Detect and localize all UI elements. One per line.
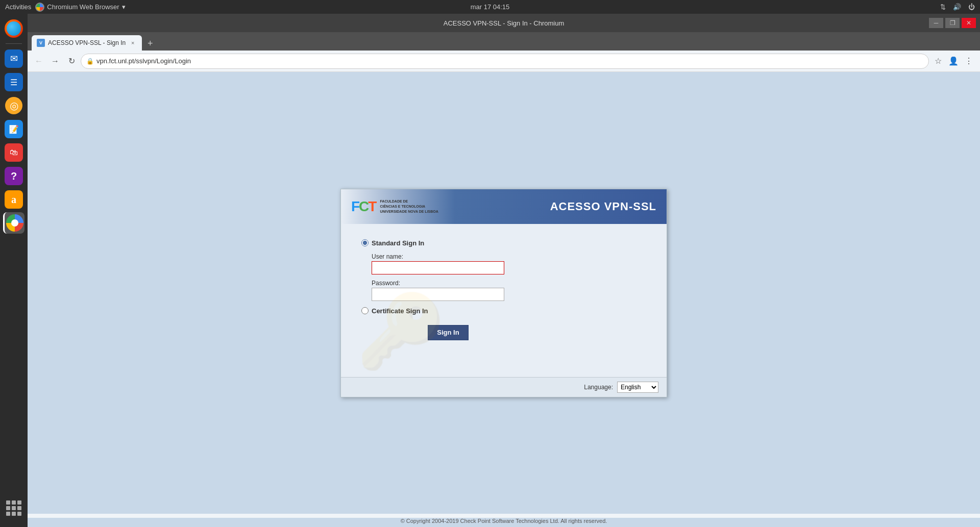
snap-icon: 🛍: [5, 143, 23, 162]
language-label: Language:: [584, 384, 613, 391]
restore-button[interactable]: ❐: [945, 18, 960, 28]
profile-button[interactable]: 👤: [946, 54, 961, 68]
tab-bar: V ACESSO VPN-SSL - Sign In × +: [28, 32, 980, 51]
sidebar-item-help[interactable]: ?: [3, 165, 24, 187]
sidebar: ✉ ☰ ◎ 📝 🛍 ? a: [0, 14, 28, 527]
panel-footer: Language: English Português Español Fran…: [341, 377, 667, 397]
system-bar: Activities Chromium Web Browser ▾ mar 17…: [0, 0, 980, 14]
certificate-signin-option[interactable]: Certificate Sign In: [361, 307, 646, 315]
standard-signin-option[interactable]: Standard Sign In: [361, 239, 646, 247]
panel-header: FCT FACULDADE DE CIÊNCIAS E TECNOLOGIA U…: [341, 189, 667, 224]
sidebar-item-firefox[interactable]: [3, 18, 24, 39]
title-bar-controls: ─ ❐ ✕: [929, 18, 976, 28]
fct-t-letter: T: [368, 198, 376, 214]
network-icon[interactable]: ⇅: [940, 3, 946, 11]
signin-button[interactable]: Sign In: [428, 325, 469, 340]
language-select[interactable]: English Português Español Français Deuts…: [617, 382, 658, 393]
nav-right-buttons: ☆ 👤 ⋮: [931, 54, 976, 68]
close-button[interactable]: ✕: [962, 18, 976, 28]
sidebar-item-amazon[interactable]: a: [3, 189, 24, 210]
writer-icon: 📝: [5, 120, 23, 138]
field-group: User name: Password:: [372, 253, 646, 301]
copyright: © Copyright 2004-2019 Check Point Softwa…: [28, 518, 980, 527]
certificate-signin-radio[interactable]: [361, 307, 369, 314]
sidebar-item-mail[interactable]: ✉: [3, 48, 24, 69]
system-bar-right: ⇅ 🔊 ⏻: [940, 3, 975, 11]
system-bar-left: Activities Chromium Web Browser ▾: [5, 3, 126, 12]
help-icon: ?: [5, 167, 23, 185]
activities-button[interactable]: Activities: [5, 3, 31, 11]
fct-c-letter: C: [359, 198, 368, 214]
amazon-icon: a: [5, 190, 23, 209]
apps-grid-button[interactable]: [3, 497, 24, 519]
fct-subtitle: FACULDADE DE CIÊNCIAS E TECNOLOGIA UNIVE…: [380, 199, 438, 214]
grid-dots-icon: [6, 500, 21, 516]
content-area: FCT FACULDADE DE CIÊNCIAS E TECNOLOGIA U…: [28, 72, 980, 514]
sidebar-divider: [6, 43, 22, 44]
chromium-label: Chromium Web Browser: [47, 3, 119, 11]
firefox-icon: [5, 19, 23, 38]
browser-window: ACESSO VPN-SSL - Sign In - Chromium ─ ❐ …: [28, 14, 980, 527]
logo-area: FCT FACULDADE DE CIÊNCIAS E TECNOLOGIA U…: [351, 199, 438, 214]
chromium-dropdown-icon: ▾: [122, 3, 126, 11]
minimize-button[interactable]: ─: [929, 18, 943, 28]
forward-button[interactable]: →: [48, 54, 62, 68]
standard-signin-label: Standard Sign In: [372, 239, 424, 247]
fct-logo: FCT: [351, 199, 376, 214]
panel-body: 🔑 Standard Sign In User name: Password:: [341, 224, 667, 377]
title-bar: ACESSO VPN-SSL - Sign In - Chromium ─ ❐ …: [28, 14, 980, 32]
fct-letters: FCT: [351, 199, 376, 214]
new-tab-button[interactable]: +: [143, 36, 157, 51]
panel-title: ACESSO VPN-SSL: [550, 200, 656, 213]
certificate-signin-label: Certificate Sign In: [372, 307, 428, 315]
sidebar-item-snap[interactable]: 🛍: [3, 142, 24, 163]
chromium-indicator[interactable]: Chromium Web Browser ▾: [35, 3, 125, 12]
bookmark-button[interactable]: ☆: [931, 54, 945, 68]
rhythmbox-icon: ◎: [5, 97, 22, 114]
menu-button[interactable]: ⋮: [962, 54, 976, 68]
address-bar-container[interactable]: 🔒: [81, 54, 929, 69]
back-button[interactable]: ←: [32, 54, 46, 68]
sidebar-item-notes[interactable]: ☰: [3, 71, 24, 93]
mail-icon: ✉: [5, 49, 23, 68]
institution-line2: CIÊNCIAS E TECNOLOGIA: [380, 204, 438, 209]
chromium-circle-icon: [35, 3, 44, 12]
institution-line3: UNIVERSIDADE NOVA DE LISBOA: [380, 209, 438, 214]
notes-icon: ☰: [5, 73, 23, 91]
browser-tab[interactable]: V ACESSO VPN-SSL - Sign In ×: [32, 35, 142, 51]
sidebar-item-chromium[interactable]: [3, 212, 24, 234]
lock-icon: 🔒: [86, 58, 94, 65]
password-input[interactable]: [372, 288, 504, 301]
username-input[interactable]: [372, 261, 504, 274]
tab-title: ACESSO VPN-SSL - Sign In: [48, 39, 126, 46]
sidebar-item-rhythmbox[interactable]: ◎: [3, 95, 24, 116]
password-field-item: Password:: [372, 280, 646, 301]
navigation-bar: ← → ↻ 🔒 ☆ 👤 ⋮: [28, 51, 980, 72]
browser-title: ACESSO VPN-SSL - Sign In - Chromium: [444, 19, 564, 27]
sidebar-item-writer[interactable]: 📝: [3, 118, 24, 140]
institution-line1: FACULDADE DE: [380, 199, 438, 204]
password-label: Password:: [372, 280, 646, 287]
power-icon[interactable]: ⏻: [968, 3, 975, 11]
username-label: User name:: [372, 253, 646, 260]
tab-close-button[interactable]: ×: [129, 39, 137, 47]
login-panel: FCT FACULDADE DE CIÊNCIAS E TECNOLOGIA U…: [340, 189, 667, 397]
tab-favicon: V: [37, 39, 45, 47]
system-datetime: mar 17 04:15: [471, 3, 510, 11]
standard-signin-radio[interactable]: [361, 239, 369, 246]
chromium-app-icon: [6, 214, 23, 232]
address-bar[interactable]: [96, 57, 923, 65]
fct-f-letter: F: [351, 198, 359, 214]
username-field-item: User name:: [372, 253, 646, 274]
volume-icon[interactable]: 🔊: [953, 3, 961, 11]
reload-button[interactable]: ↻: [64, 54, 79, 68]
